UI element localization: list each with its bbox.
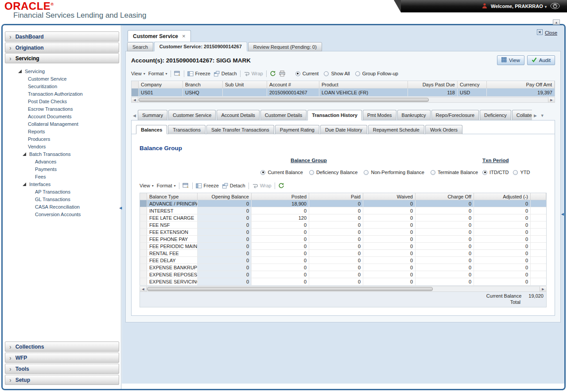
scroll-up-button[interactable]: ▲ <box>553 19 560 25</box>
view-menu[interactable]: View▾ <box>131 71 145 76</box>
sidebar-section[interactable]: › Origination <box>5 43 119 53</box>
balance-tab[interactable]: Payment Rating <box>275 125 319 134</box>
scroll-left-icon[interactable]: ◀ <box>132 97 138 102</box>
row-selector[interactable] <box>140 257 147 264</box>
wrap-button[interactable]: Wrap <box>252 183 272 189</box>
balance-tab[interactable]: Balances <box>136 125 167 134</box>
column-header-balance-type[interactable]: Balance Type <box>147 193 198 200</box>
column-header-company[interactable]: Company <box>139 81 183 88</box>
tree-item[interactable]: Collateral Management <box>5 120 119 128</box>
column-header-product[interactable]: Product <box>319 81 408 88</box>
tree-expand-icon[interactable] <box>18 70 22 73</box>
detail-tab[interactable]: Summary <box>138 110 167 120</box>
balance-row[interactable]: ADVANCE / PRINCIPAL 0 18,900 0 0 0 0 <box>140 200 546 207</box>
row-selector[interactable] <box>140 271 147 278</box>
welcome-menu[interactable]: Welcome, PRAKRRAO ▾ <box>491 4 547 9</box>
column-header-branch[interactable]: Branch <box>183 81 223 88</box>
tree-item-label[interactable]: Account Documents <box>28 114 71 119</box>
refresh-icon[interactable] <box>278 182 284 189</box>
detail-tab[interactable]: Transaction History <box>307 110 362 120</box>
tree-item-label[interactable]: Post Date Checks <box>28 99 67 104</box>
row-selector[interactable] <box>140 243 147 249</box>
scroll-right-icon[interactable]: ▶ <box>548 97 555 102</box>
tree-item[interactable]: Account Documents <box>5 113 119 120</box>
tree-item-label[interactable]: Batch Transactions <box>29 151 71 157</box>
account-row[interactable]: US01 USHQ 20150900014267 LOAN VEHICLE (F… <box>132 89 555 96</box>
tree-item-label[interactable]: Collateral Management <box>28 121 78 127</box>
tree-item-label[interactable]: Servicing <box>25 69 45 74</box>
tree-item[interactable]: GL Transactions <box>5 195 119 203</box>
sidebar-collapse-arrow-icon[interactable]: ◀ <box>119 206 122 210</box>
tree-item[interactable]: Advances <box>5 158 119 165</box>
refresh-icon[interactable] <box>270 70 276 77</box>
sidebar-section[interactable]: › Collections <box>5 342 119 352</box>
wrap-button[interactable]: Wrap <box>244 71 263 77</box>
balance-row[interactable]: EXPENSE REPOSESSI... 0 0 0 0 0 0 <box>140 271 546 278</box>
freeze-button[interactable]: Freeze <box>187 71 210 77</box>
balance-row[interactable]: FEE PERIODIC MAINT... 0 0 0 0 0 0 <box>140 243 546 250</box>
tree-item[interactable]: Transaction Authorization <box>5 90 119 97</box>
format-menu[interactable]: Format▾ <box>148 71 167 76</box>
tree-item[interactable]: Customer Service <box>5 75 119 82</box>
row-selector[interactable] <box>140 229 147 235</box>
column-header-currency[interactable]: Currency <box>458 81 487 88</box>
sidebar-section-servicing[interactable]: › Servicing <box>5 53 119 63</box>
tree-item[interactable]: Batch Transactions <box>5 150 119 158</box>
scroll-left-icon[interactable]: ◀ <box>140 287 147 291</box>
window-tab-customer-service[interactable]: Customer Service × <box>128 30 191 42</box>
subtab[interactable]: Search <box>127 42 153 51</box>
tree-item[interactable]: Post Date Checks <box>5 97 119 105</box>
balance-row[interactable]: EXPENSE SERVICING 0 0 0 0 0 0 <box>140 278 546 285</box>
balance-tab[interactable]: Work Orders <box>425 125 462 134</box>
format-menu[interactable]: Format▾ <box>157 183 176 188</box>
hscroll-thumb[interactable] <box>139 98 429 102</box>
tree-expand-icon[interactable] <box>23 152 26 156</box>
query-by-example-icon[interactable] <box>174 70 181 77</box>
tree-item-label[interactable]: Fees <box>35 174 46 179</box>
txn-period-radio[interactable]: ITD/CTD <box>482 170 509 175</box>
tree-item-label[interactable]: Payments <box>35 167 57 172</box>
column-header-days-past-due[interactable]: Days Past Due <box>408 81 458 88</box>
tree-item[interactable]: Servicing <box>5 67 119 75</box>
balance-tab[interactable]: Transactions <box>168 125 206 134</box>
tree-item-label[interactable]: Producers <box>28 136 50 142</box>
balance-tab[interactable]: Repayment Schedule <box>368 125 424 134</box>
display-filter-radio[interactable]: Show All <box>324 71 350 76</box>
tree-expand-icon[interactable] <box>23 182 26 186</box>
detach-button[interactable]: Detach <box>222 183 245 189</box>
txn-period-radio[interactable]: YTD <box>513 170 530 175</box>
tree-item[interactable]: Conversion Accounts <box>5 210 119 218</box>
balance-group-radio[interactable]: Deficiency Balance <box>309 170 358 175</box>
query-by-example-icon[interactable] <box>183 182 189 189</box>
detail-tab[interactable]: Repo/Foreclosure <box>431 110 479 120</box>
column-header-posted[interactable]: Posted <box>252 193 309 200</box>
tree-item[interactable]: CASA Reconciliation <box>5 203 119 210</box>
sidebar-section[interactable]: › Setup <box>5 375 119 385</box>
tabs-overflow-icon[interactable]: ▼ <box>539 113 546 120</box>
hscroll-thumb[interactable] <box>147 287 433 291</box>
row-selector[interactable] <box>140 278 147 285</box>
balance-row[interactable]: FEE PHONE PAY 0 0 0 0 0 0 <box>140 236 546 243</box>
column-header-charge-off[interactable]: Charge Off <box>416 193 474 200</box>
subtab[interactable]: Customer Service: 20150900014267 <box>154 42 247 51</box>
tree-item[interactable]: Fees <box>5 173 119 180</box>
sidebar-section[interactable]: › WFP <box>5 353 119 363</box>
sidebar-section[interactable]: › Tools <box>5 364 119 374</box>
scroll-right-icon[interactable]: ▶ <box>540 287 546 291</box>
column-header-pay-off-amt[interactable]: Pay Off Amt <box>487 81 555 88</box>
balance-group-radio[interactable]: Non-Performing Balance <box>364 170 424 175</box>
tree-item-label[interactable]: GL Transactions <box>35 197 70 202</box>
panel-collapse-arrow-icon[interactable]: ◀ <box>561 212 564 216</box>
balance-row[interactable]: INTEREST 0 0 0 0 0 0 <box>140 207 546 214</box>
print-icon[interactable] <box>279 70 285 77</box>
balance-row[interactable]: FEE DELAY 0 0 0 0 0 0 <box>140 257 546 264</box>
row-selector[interactable] <box>140 264 147 271</box>
tabs-scroll-right-icon[interactable]: ▶ <box>532 113 539 120</box>
column-header-sub-unit[interactable]: Sub Unit <box>223 81 267 88</box>
balances-grid-hscrollbar[interactable]: ◀ ▶ <box>140 286 547 292</box>
tree-item[interactable]: Producers <box>5 135 119 143</box>
row-selector[interactable] <box>140 200 147 207</box>
detail-tab[interactable]: Pmt Modes <box>363 110 396 120</box>
tree-item-label[interactable]: CASA Reconciliation <box>35 204 80 210</box>
tree-item[interactable]: Vendors <box>5 143 119 150</box>
